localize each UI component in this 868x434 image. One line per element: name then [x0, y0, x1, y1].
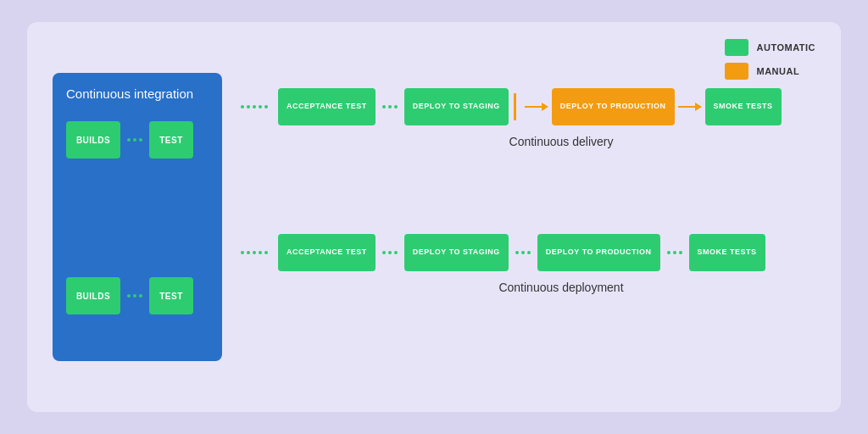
arrow-line-2	[678, 106, 695, 108]
delivery-pipeline-row: ACCEPTANCE TEST DEPLOY TO STAGING	[231, 88, 824, 125]
pipeline-area: ACCEPTANCE TEST DEPLOY TO STAGING	[231, 73, 824, 295]
ci-box: Continuous integration BUILDS TEST BUILD…	[53, 73, 222, 361]
delivery-label-row: Continuous delivery	[298, 134, 824, 149]
builds-ci-delivery: BUILDS	[66, 121, 120, 159]
legend-box-automatic	[725, 39, 748, 56]
deploy-staging-deployment: DEPLOY TO STAGING	[404, 234, 509, 271]
deploy-prod-delivery: DEPLOY TO PRODUCTION	[552, 88, 675, 125]
acceptance-test-deployment: ACCEPTANCE TEST	[278, 234, 376, 271]
arrow-head	[542, 103, 548, 111]
smoke-tests-deployment: SMOKE TESTS	[689, 234, 765, 271]
legend-item-automatic: AUTOMATIC	[725, 39, 815, 56]
dp-conn-2	[509, 251, 537, 254]
diagram-container: AUTOMATIC MANUAL Continuous integration …	[27, 22, 841, 412]
delivery-prod-arrow	[675, 103, 705, 111]
builds-ci-deployment: BUILDS	[66, 277, 120, 314]
dp-conn-1	[376, 251, 404, 254]
deploy-prod-deployment: DEPLOY TO PRODUCTION	[537, 234, 660, 271]
manual-arrow	[521, 103, 552, 111]
d-conn-1	[376, 105, 404, 108]
deploy-staging-delivery: DEPLOY TO STAGING	[404, 88, 509, 125]
legend-label-automatic: AUTOMATIC	[757, 42, 815, 53]
arrow-head-2	[695, 103, 702, 111]
dp-conn-3	[660, 251, 689, 254]
smoke-tests-delivery: SMOKE TESTS	[705, 88, 782, 125]
ci-title: Continuous integration	[66, 86, 209, 101]
deployment-pipeline-row: ACCEPTANCE TEST DEPLOY TO STAGING DEPLOY…	[231, 234, 824, 271]
test-ci-deployment: TEST	[149, 277, 193, 314]
ci-connector-1	[120, 138, 149, 142]
manual-gate	[509, 93, 521, 120]
arrow-line	[525, 106, 542, 108]
gate-bar	[514, 93, 516, 120]
delivery-ci-connector	[231, 105, 278, 108]
ci-delivery-row: BUILDS TEST	[66, 121, 209, 159]
deployment-ci-connector	[231, 251, 278, 254]
deployment-label-row: Continuous deployment	[298, 280, 824, 295]
delivery-label: Continuous delivery	[509, 135, 614, 148]
deployment-label: Continuous deployment	[498, 281, 623, 294]
ci-deployment-row: BUILDS TEST	[66, 277, 209, 314]
acceptance-test-delivery: ACCEPTANCE TEST	[278, 88, 376, 125]
ci-connector-2	[120, 294, 149, 298]
test-ci-delivery: TEST	[149, 121, 193, 159]
